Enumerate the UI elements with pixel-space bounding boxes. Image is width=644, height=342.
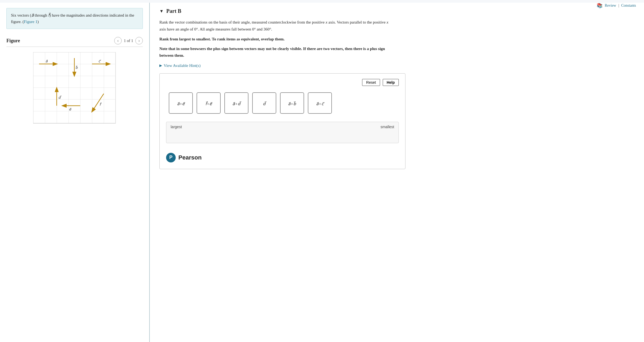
hint-arrow-icon: ▶: [159, 63, 162, 68]
constants-link[interactable]: Constants: [621, 3, 636, 8]
instructions-p2: Rank from largest to smallest. To rank i…: [159, 36, 389, 43]
svg-text:e⃗: e⃗: [69, 107, 71, 111]
instructions-p3: Note that in some browsers the plus sign…: [159, 45, 389, 59]
figure-next-button[interactable]: ›: [135, 37, 143, 44]
ranking-container: Reset Help a⃗+e⃗ f⃗+e⃗: [159, 73, 405, 169]
book-icon: 📚: [597, 3, 603, 9]
hint-label: View Available Hint(s): [164, 63, 201, 68]
svg-text:a⃗+c⃗: a⃗+c⃗: [316, 102, 324, 106]
svg-text:a⃗: a⃗: [45, 59, 48, 63]
vector-diagram: a⃗ b⃗ c⃗ d⃗ e⃗ f⃗: [33, 52, 116, 124]
figure1-link[interactable]: Figure 1: [24, 20, 37, 24]
svg-text:f⃗+e⃗: f⃗+e⃗: [205, 101, 213, 106]
svg-text:d⃗: d⃗: [263, 101, 267, 106]
figure-section: Figure ‹ 1 of 1 ›: [6, 37, 143, 126]
figure-divider: [6, 47, 143, 47]
svg-text:a⃗+b⃗: a⃗+b⃗: [288, 101, 296, 106]
ranking-toolbar: Reset Help: [166, 79, 399, 86]
part-header: ▼ Part B: [159, 8, 634, 14]
right-panel: ▼ Part B Rank the vector combinations on…: [150, 3, 644, 342]
vec-f-label: f⃗: [48, 13, 49, 17]
part-collapse-icon[interactable]: ▼: [159, 9, 164, 14]
left-panel: Six vectors (a⃗ through f⃗) have the mag…: [0, 3, 150, 342]
main-layout: Six vectors (a⃗ through f⃗) have the mag…: [0, 0, 644, 342]
instructions-p1: Rank the vector combinations on the basi…: [159, 19, 389, 33]
svg-text:a⃗+e⃗: a⃗+e⃗: [177, 102, 185, 106]
drop-zone-labels: largest smallest: [171, 125, 394, 129]
svg-text:b⃗: b⃗: [75, 66, 78, 70]
smallest-label: smallest: [381, 125, 394, 129]
pearson-name: Pearson: [178, 154, 202, 161]
figure-title: Figure: [6, 38, 20, 44]
separator: |: [618, 3, 619, 8]
grid-figure: a⃗ b⃗ c⃗ d⃗ e⃗ f⃗: [33, 52, 116, 126]
review-link[interactable]: Review: [605, 3, 616, 8]
vector-cards: a⃗+e⃗ f⃗+e⃗ a⃗+d⃗: [166, 92, 399, 114]
pearson-footer: P Pearson: [166, 149, 399, 162]
vector-card-d[interactable]: d⃗: [252, 92, 276, 114]
figure-nav: ‹ 1 of 1 ›: [114, 37, 143, 44]
pearson-logo: P: [166, 153, 176, 162]
figure-prev-button[interactable]: ‹: [114, 37, 122, 44]
figure-count: 1 of 1: [124, 39, 133, 43]
vector-card-fe[interactable]: f⃗+e⃗: [197, 92, 221, 114]
hint-link[interactable]: ▶ View Available Hint(s): [159, 63, 634, 68]
help-button[interactable]: Help: [383, 79, 399, 86]
reset-button[interactable]: Reset: [362, 79, 380, 86]
problem-statement: Six vectors (a⃗ through f⃗) have the mag…: [6, 8, 143, 29]
svg-text:a⃗+d⃗: a⃗+d⃗: [232, 101, 241, 106]
vector-card-ac[interactable]: a⃗+c⃗: [308, 92, 332, 114]
vector-card-ae[interactable]: a⃗+e⃗: [169, 92, 193, 114]
largest-label: largest: [171, 125, 182, 129]
vector-card-ab[interactable]: a⃗+b⃗: [280, 92, 304, 114]
problem-text: Six vectors (a⃗ through f⃗) have the mag…: [11, 13, 134, 24]
drop-zone[interactable]: largest smallest: [166, 122, 399, 143]
top-bar: 📚 Review | Constants: [589, 0, 644, 11]
figure-header: Figure ‹ 1 of 1 ›: [6, 37, 143, 44]
vector-card-ad[interactable]: a⃗+d⃗: [224, 92, 248, 114]
part-label: Part B: [166, 8, 181, 14]
vec-a-label: a⃗: [31, 13, 34, 17]
